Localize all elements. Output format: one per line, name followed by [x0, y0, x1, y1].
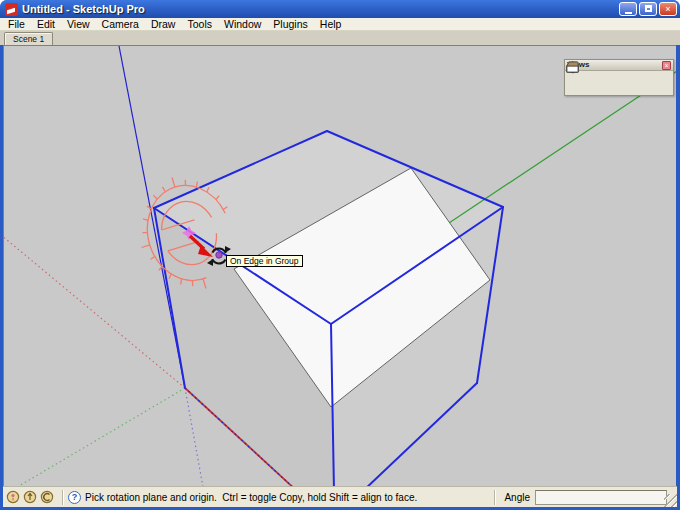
claim-model-icon[interactable]	[6, 490, 20, 504]
red-axis-dotted	[4, 235, 185, 388]
scene-tab-strip: Scene 1	[0, 31, 680, 45]
statusbar-separator-2	[494, 490, 496, 505]
top-view-button[interactable]	[585, 73, 602, 92]
title-bar: Untitled - SketchUp Pro ×	[0, 0, 680, 18]
measurement-label: Angle	[504, 492, 530, 503]
statusbar-separator	[62, 490, 64, 505]
resize-grip[interactable]	[664, 494, 677, 507]
menu-edit[interactable]: Edit	[31, 18, 61, 31]
edge-inference-point	[216, 252, 222, 258]
measurement-input[interactable]	[535, 490, 667, 505]
restore-button[interactable]	[639, 2, 657, 16]
credits-icon[interactable]	[40, 490, 54, 504]
menu-tools[interactable]: Tools	[181, 18, 218, 31]
scene-tab-1[interactable]: Scene 1	[4, 32, 53, 45]
modeling-viewport[interactable]: On Edge in Group Views ×	[3, 45, 676, 486]
geolocation-icon[interactable]	[23, 490, 37, 504]
help-icon: ?	[68, 491, 81, 504]
front-view-button[interactable]	[602, 73, 619, 92]
menu-view[interactable]: View	[61, 18, 96, 31]
close-button[interactable]: ×	[659, 2, 677, 16]
views-palette-titlebar[interactable]: Views ×	[565, 60, 673, 71]
iso-view-button[interactable]	[567, 73, 584, 92]
views-palette: Views ×	[564, 59, 674, 96]
inference-tooltip: On Edge in Group	[226, 255, 303, 267]
minimize-icon	[625, 12, 632, 14]
left-view-button[interactable]	[655, 73, 672, 92]
views-palette-buttons	[565, 71, 673, 94]
menu-bar: File Edit View Camera Draw Tools Window …	[0, 18, 680, 31]
status-message: Pick rotation plane and origin. Ctrl = t…	[85, 492, 417, 503]
left-view-icon	[565, 60, 580, 74]
minimize-button[interactable]	[619, 2, 637, 16]
menu-draw[interactable]: Draw	[145, 18, 182, 31]
green-axis-dotted	[19, 388, 185, 486]
menu-plugins[interactable]: Plugins	[267, 18, 313, 31]
menu-camera[interactable]: Camera	[96, 18, 145, 31]
sketchup-logo-icon	[5, 3, 18, 16]
model-canvas	[4, 46, 676, 486]
back-view-button[interactable]	[637, 73, 654, 92]
attribution-icons	[3, 490, 58, 504]
right-view-button[interactable]	[620, 73, 637, 92]
views-palette-close-button[interactable]: ×	[662, 61, 671, 70]
window-title: Untitled - SketchUp Pro	[22, 3, 619, 15]
sketchup-window: Untitled - SketchUp Pro × File Edit View…	[0, 0, 680, 510]
status-bar: ? Pick rotation plane and origin. Ctrl =…	[3, 486, 677, 507]
views-palette-title: Views	[567, 60, 662, 70]
restore-icon	[645, 5, 652, 12]
menu-window[interactable]: Window	[218, 18, 267, 31]
menu-file[interactable]: File	[0, 18, 31, 31]
menu-help[interactable]: Help	[314, 18, 348, 31]
